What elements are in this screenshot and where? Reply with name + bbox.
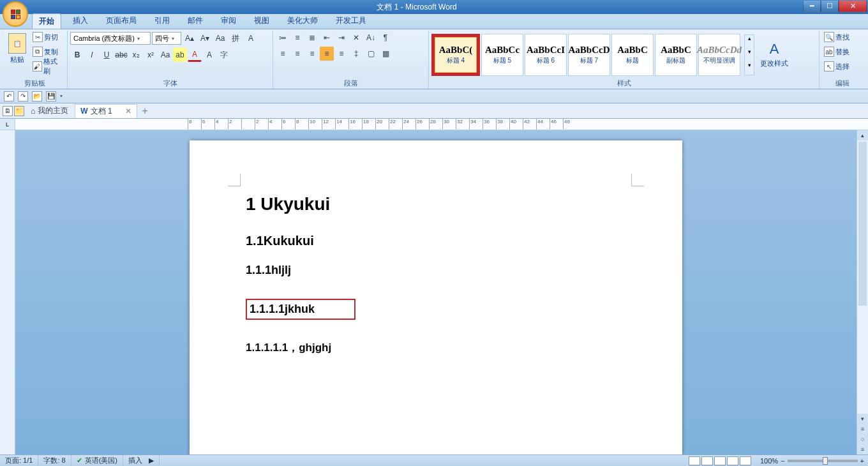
bold-button[interactable]: B — [70, 48, 84, 62]
redo-button[interactable]: ↷ — [18, 91, 28, 101]
align-left-button[interactable]: ≡ — [276, 47, 290, 61]
change-case-button[interactable]: Aa — [158, 48, 172, 62]
text-direction-button[interactable]: ✕ — [349, 31, 363, 45]
prev-page-button[interactable]: ≡ — [857, 424, 868, 434]
status-page[interactable]: 页面: 1/1 — [0, 455, 38, 466]
maximize-button[interactable]: ☐ — [821, 1, 839, 12]
ribbon-tab-邮件[interactable]: 邮件 — [181, 13, 209, 29]
shading-button[interactable]: ▢ — [364, 47, 378, 61]
italic-button[interactable]: I — [85, 48, 99, 62]
qat-open-button[interactable]: 📂 — [32, 91, 42, 101]
vertical-ruler[interactable] — [0, 130, 15, 455]
enclose-char-button[interactable]: 字 — [217, 48, 231, 62]
ribbon-tab-页面布局[interactable]: 页面布局 — [100, 13, 143, 29]
horizontal-ruler[interactable]: L 86422468101214161820222426283032343638… — [0, 119, 868, 130]
sort-button[interactable]: A↓ — [364, 31, 378, 45]
decrease-indent-button[interactable]: ⇤ — [320, 31, 334, 45]
ribbon-tab-插入[interactable]: 插入 — [66, 13, 94, 29]
style-item-标题[interactable]: AaBbC标题 — [611, 34, 654, 76]
view-web-layout[interactable] — [714, 456, 726, 465]
font-color-button[interactable]: A — [188, 48, 202, 62]
open-folder-icon[interactable]: 📁 — [14, 106, 24, 116]
qat-customize-button[interactable]: ▾ — [60, 93, 63, 99]
qat-save-button[interactable]: 💾 — [46, 91, 56, 101]
heading-1[interactable]: 1 Ukyukui — [246, 194, 634, 214]
view-outline[interactable] — [727, 456, 738, 465]
ribbon-tab-开发工具[interactable]: 开发工具 — [329, 13, 373, 29]
style-item-标题4[interactable]: AaBbC(标题 4 — [435, 37, 477, 73]
heading-4[interactable]: 1.1.1.1jkhuk — [246, 299, 355, 320]
office-button[interactable] — [3, 1, 28, 27]
status-insert-mode[interactable]: 插入▶ — [123, 455, 160, 466]
heading-2[interactable]: 1.1Kukukui — [246, 234, 634, 248]
bullets-button[interactable]: ≔ — [276, 31, 290, 45]
borders-button[interactable]: ▦ — [378, 47, 393, 61]
ribbon-tab-开始[interactable]: 开始 — [32, 13, 61, 29]
status-language[interactable]: ✔英语(美国) — [71, 455, 123, 466]
zoom-value[interactable]: 100% — [760, 457, 778, 465]
view-print-layout[interactable] — [689, 456, 700, 465]
style-gallery[interactable]: AaBbC(标题 4AaBbCc标题 5AaBbCcI标题 6AaBbCcD标题… — [431, 34, 740, 76]
shrink-font-button[interactable]: A▾ — [198, 31, 212, 45]
tab-document-1[interactable]: W文档 1✕ — [75, 104, 137, 118]
change-styles-button[interactable]: A 更改样式 — [758, 38, 790, 71]
view-draft[interactable] — [740, 456, 751, 465]
show-marks-button[interactable]: ¶ — [378, 31, 393, 45]
view-full-reading[interactable] — [701, 456, 713, 465]
tab-selector[interactable]: L — [0, 119, 15, 130]
next-page-button[interactable]: ≡ — [857, 444, 868, 455]
style-item-标题5[interactable]: AaBbCc标题 5 — [481, 34, 523, 76]
new-tab-button[interactable]: + — [138, 105, 152, 117]
browse-object-button[interactable]: ○ — [857, 434, 868, 444]
align-right-button[interactable]: ≡ — [305, 47, 319, 61]
gallery-down-button[interactable]: ▾ — [745, 49, 754, 61]
line-spacing-button[interactable]: ‡ — [349, 47, 363, 61]
gallery-more-button[interactable]: ▾ — [745, 62, 754, 75]
scroll-thumb[interactable] — [858, 142, 867, 306]
numbering-button[interactable]: ≡ — [290, 31, 304, 45]
multilevel-button[interactable]: ≣ — [305, 31, 319, 45]
style-item-标题6[interactable]: AaBbCcI标题 6 — [525, 34, 567, 76]
font-name-combo[interactable]: Cambria (西文标题)▾ — [70, 32, 151, 45]
phonetic-guide-button[interactable]: 拼 — [228, 31, 243, 45]
heading-5[interactable]: 1.1.1.1.1，ghjghj — [246, 340, 634, 355]
vertical-scrollbar[interactable]: ▴ ▾ ≡ ○ ≡ — [857, 130, 868, 455]
gallery-up-button[interactable]: ▴ — [745, 35, 754, 48]
strikethrough-button[interactable]: abc — [114, 48, 128, 62]
increase-indent-button[interactable]: ⇥ — [334, 31, 348, 45]
clear-format-button[interactable]: Aa — [213, 31, 227, 45]
ribbon-tab-视图[interactable]: 视图 — [248, 13, 276, 29]
zoom-in-button[interactable]: + — [860, 457, 864, 465]
scroll-down-button[interactable]: ▾ — [857, 414, 868, 424]
undo-button[interactable]: ↶ — [4, 91, 14, 101]
document-canvas[interactable]: 1 Ukyukui 1.1Kukukui 1.1.1hljlj 1.1.1.1j… — [15, 130, 857, 455]
style-item-副标题[interactable]: AaBbC副标题 — [655, 34, 697, 76]
cut-button[interactable]: ✂剪切 — [31, 31, 64, 43]
replace-button[interactable]: ab替换 — [822, 45, 851, 58]
scroll-up-button[interactable]: ▴ — [857, 130, 868, 140]
close-button[interactable]: ✕ — [839, 1, 867, 12]
copy-button[interactable]: ⧉复制 — [31, 45, 64, 58]
heading-3[interactable]: 1.1.1hljlj — [246, 264, 634, 277]
distribute-button[interactable]: ≡ — [334, 47, 348, 61]
format-painter-button[interactable]: 🖌格式刷 — [31, 60, 64, 73]
style-item-不明显强调[interactable]: AaBbCcDd不明显强调 — [698, 34, 740, 76]
char-shading-button[interactable]: A — [202, 48, 216, 62]
tab-home[interactable]: ⌂我的主页 — [26, 104, 73, 117]
superscript-button[interactable]: x² — [144, 48, 158, 62]
zoom-slider[interactable] — [788, 460, 858, 462]
ribbon-tab-引用[interactable]: 引用 — [148, 13, 176, 29]
ribbon-tab-审阅[interactable]: 审阅 — [214, 13, 243, 29]
status-word-count[interactable]: 字数: 8 — [38, 455, 71, 466]
paste-button[interactable]: 📋 粘贴 — [5, 31, 29, 67]
zoom-thumb[interactable] — [823, 457, 828, 465]
minimize-button[interactable]: ━ — [803, 1, 821, 12]
highlight-button[interactable]: ab — [173, 48, 187, 62]
underline-button[interactable]: U — [100, 48, 114, 62]
align-center-button[interactable]: ≡ — [290, 47, 304, 61]
style-item-标题7[interactable]: AaBbCcD标题 7 — [568, 34, 610, 76]
new-doc-icon[interactable]: 🗎 — [3, 106, 13, 116]
subscript-button[interactable]: x₂ — [129, 48, 143, 62]
find-button[interactable]: 🔍查找 — [822, 31, 851, 43]
close-tab-icon[interactable]: ✕ — [125, 107, 131, 116]
